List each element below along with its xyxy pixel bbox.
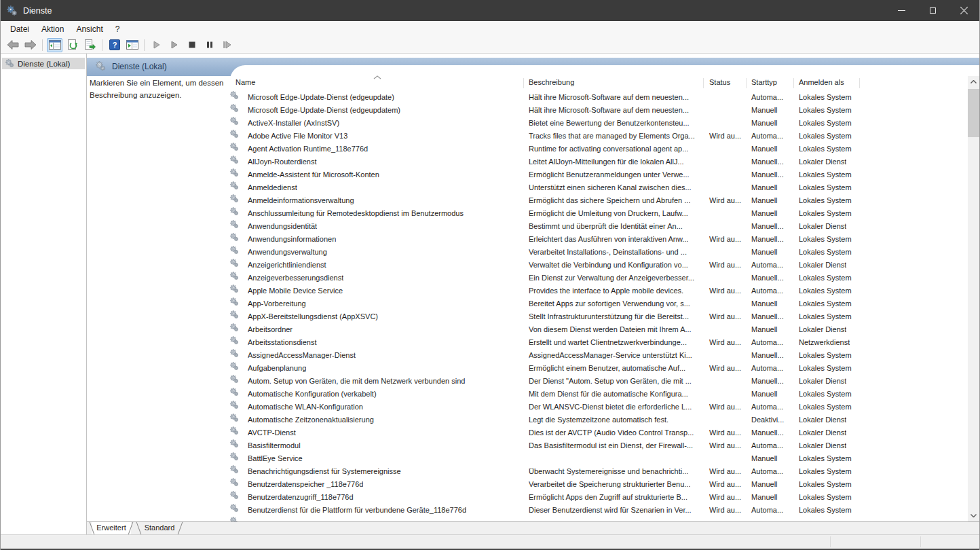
column-divider[interactable] [523, 78, 524, 88]
maximize-button[interactable] [917, 0, 948, 21]
table-row[interactable]: Autom. Setup von Geräten, die mit dem Ne… [230, 375, 968, 388]
toolbar-separator [42, 39, 43, 51]
view-tab-row: Erweitert Standard [87, 521, 979, 534]
show-extended-view-button[interactable] [124, 38, 140, 52]
show-console-tree-button[interactable] [47, 38, 62, 52]
service-starttype: Manuell... [751, 310, 784, 323]
table-row[interactable]: Benutzerdatenspeicher _118e776d Verarbei… [230, 478, 968, 491]
column-divider[interactable] [746, 78, 747, 88]
service-description: Ermöglicht Apps den Zugriff auf struktur… [529, 491, 687, 504]
export-list-button[interactable] [82, 38, 98, 52]
table-row[interactable]: AppX-Bereitstellungsdienst (AppXSVC) Ste… [230, 310, 968, 323]
table-row[interactable]: Microsoft Edge-Update-Dienst (edgeupdate… [230, 104, 968, 117]
service-name: Aufgabenplanung [248, 362, 306, 375]
table-row[interactable]: Aufgabenplanung Ermöglicht einem Benutze… [230, 362, 968, 375]
service-description: Der Dienst "Autom. Setup von Geräten, di… [529, 375, 692, 388]
service-description: Bietet eine Bewertung der Benutzerkonten… [529, 117, 690, 130]
back-button[interactable] [5, 38, 20, 52]
table-row[interactable]: Anzeigeverbesserungsdienst Ein Dienst zu… [230, 272, 968, 285]
table-row[interactable]: Benutzerdienst für die Plattform für ver… [230, 504, 968, 517]
table-row[interactable]: Benutzerdatenzugriff_118e776d Ermöglicht… [230, 491, 968, 504]
menu-aktion[interactable]: Aktion [35, 22, 70, 36]
scroll-down-icon[interactable] [968, 510, 979, 521]
table-row[interactable]: Microsoft Edge-Update-Dienst (edgeupdate… [230, 91, 968, 104]
scrollbar-thumb[interactable] [968, 89, 979, 137]
pane-title: Dienste (Lokal) [96, 61, 167, 71]
column-header-starttyp[interactable]: Starttyp [751, 78, 777, 86]
tab-erweitert[interactable]: Erweitert [92, 522, 131, 534]
service-starttype: Automa... [751, 439, 783, 452]
table-row[interactable]: Anzeigerichtliniendienst Verwaltet die V… [230, 259, 968, 272]
selection-hint: Markieren Sie ein Element, um dessen Bes… [90, 77, 224, 102]
restart-service-icon [223, 41, 231, 49]
service-starttype: Automa... [751, 285, 783, 297]
table-row[interactable]: Anschlussumleitung für Remotedesktopdien… [230, 207, 968, 220]
table-row[interactable]: Basisfiltermodul Das Basisfiltermodul is… [230, 439, 968, 452]
resume-service-icon [170, 41, 178, 49]
table-row[interactable]: AllJoyn-Routerdienst Leitet AllJoyn-Mitt… [230, 155, 968, 168]
service-status: Wird au... [709, 336, 741, 349]
menu-datei[interactable]: Datei [4, 22, 35, 36]
tab-standard[interactable]: Standard [138, 522, 181, 534]
table-row[interactable]: AVCTP-Dienst Dies ist der AVCTP (Audio V… [230, 426, 968, 439]
service-name: Anwendungsidentität [248, 220, 317, 233]
column-header-anmelden-als[interactable]: Anmelden als [799, 78, 844, 86]
restart-service-button[interactable] [219, 38, 235, 52]
start-service-button[interactable] [149, 38, 164, 52]
table-row[interactable]: Anmeldeinformationsverwaltung Ermöglicht… [230, 194, 968, 207]
scroll-up-icon[interactable] [968, 76, 979, 88]
table-row[interactable]: Arbeitsstationsdienst Erstellt und warte… [230, 336, 968, 349]
table-row[interactable]: ActiveX-Installer (AxInstSV) Bietet eine… [230, 117, 968, 130]
service-logon-as: Lokales System [799, 194, 852, 207]
service-description: Leitet AllJoyn-Mitteilungen für die loka… [529, 155, 684, 168]
services-gear-icon [5, 59, 14, 68]
table-row[interactable]: Automatische Zeitzonenaktualisierung Leg… [230, 414, 968, 426]
table-row[interactable]: Anmeldedienst Unterstützt einen sicheren… [230, 181, 968, 194]
close-button[interactable] [948, 0, 979, 21]
table-row[interactable]: Anwendungsinformationen Erleichtert das … [230, 233, 968, 246]
menu-hilfe[interactable]: ? [109, 22, 126, 36]
service-name: Anwendungsverwaltung [248, 246, 327, 259]
service-description: Das Basisfiltermodul ist ein Dienst, der… [529, 439, 693, 452]
service-starttype: Manuell... [751, 168, 784, 181]
pause-service-button[interactable] [202, 38, 217, 52]
service-starttype: Manuell... [751, 155, 784, 168]
service-name: Automatische Zeitzonenaktualisierung [248, 414, 374, 426]
table-row[interactable]: BattlEye Service Manuell Lokales System [230, 452, 968, 465]
service-name: Microsoft Edge-Update-Dienst (edgeupdate… [248, 104, 400, 117]
column-divider[interactable] [793, 78, 794, 88]
resume-service-button[interactable] [166, 38, 182, 52]
column-divider[interactable] [703, 78, 704, 88]
table-row[interactable]: Agent Activation Runtime_118e776d Runtim… [230, 143, 968, 155]
service-logon-as: Lokales System [799, 91, 852, 104]
service-description: Hält ihre Microsoft-Software auf dem neu… [529, 91, 689, 104]
service-starttype: Automa... [751, 336, 783, 349]
stop-service-button[interactable] [184, 38, 200, 52]
service-status: Wird au... [709, 362, 741, 375]
service-description: AssignedAccessManager-Service unterstütz… [529, 349, 692, 362]
table-row[interactable]: Benachrichtigungsdienst für Systemereign… [230, 465, 968, 478]
refresh-button[interactable] [64, 38, 80, 52]
table-row[interactable]: Anwendungsidentität Bestimmt und überprü… [230, 220, 968, 233]
table-row[interactable]: Apple Mobile Device Service Provides the… [230, 285, 968, 297]
table-row[interactable]: AssignedAccessManager-Dienst AssignedAcc… [230, 349, 968, 362]
menu-ansicht[interactable]: Ansicht [70, 22, 109, 36]
vertical-scrollbar[interactable] [968, 76, 979, 521]
forward-button[interactable] [22, 38, 38, 52]
service-starttype: Manuell... [751, 349, 784, 362]
table-row[interactable]: Arbeitsordner Von diesem Dienst werden D… [230, 323, 968, 336]
table-row[interactable]: Adobe Active File Monitor V13 Tracks fil… [230, 130, 968, 143]
table-row[interactable]: Anmelde-Assistent für Microsoft-Konten E… [230, 168, 968, 181]
table-row[interactable] [230, 517, 968, 521]
table-row[interactable]: Automatische Konfiguration (verkabelt) M… [230, 388, 968, 401]
table-row[interactable]: Automatische WLAN-Konfiguration Der WLAN… [230, 401, 968, 414]
table-row[interactable]: App-Vorbereitung Bereitet Apps zur sofor… [230, 297, 968, 310]
table-row[interactable]: Anwendungsverwaltung Verarbeitet Install… [230, 246, 968, 259]
tree-item-dienste-lokal[interactable]: Dienste (Lokal) [2, 58, 85, 69]
minimize-button[interactable] [886, 0, 917, 21]
column-header-name[interactable]: Name [235, 78, 255, 86]
help-button[interactable]: ? [107, 38, 122, 52]
column-header-beschreibung[interactable]: Beschreibung [529, 78, 574, 86]
column-divider[interactable] [859, 78, 860, 88]
column-header-status[interactable]: Status [709, 78, 730, 86]
